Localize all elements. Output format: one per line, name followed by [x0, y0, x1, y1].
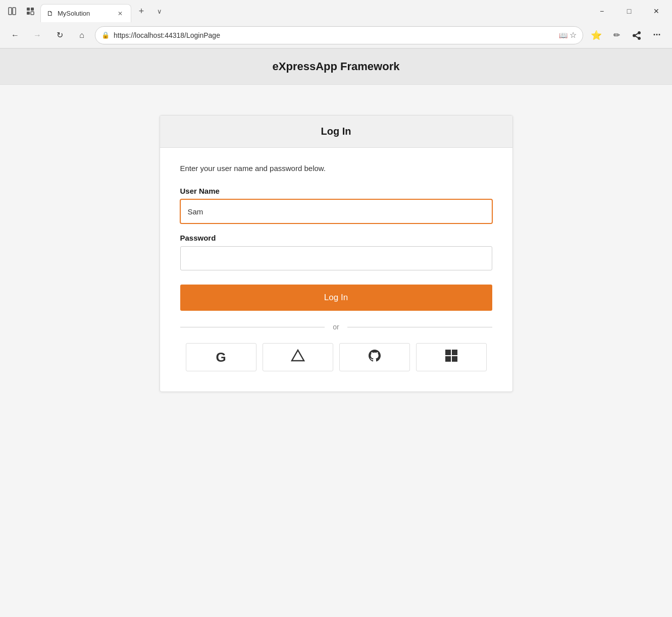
- svg-rect-4: [27, 12, 30, 15]
- svg-rect-8: [452, 350, 457, 355]
- tab-close-button[interactable]: ✕: [116, 9, 125, 18]
- page-header: eXpressApp Framework: [0, 49, 672, 85]
- divider-line-right: [347, 327, 492, 327]
- google-login-button[interactable]: G: [186, 343, 256, 371]
- auth-provider-login-button[interactable]: [263, 343, 333, 371]
- title-bar: 🗋 MySolution ✕ + ∨ − □ ✕: [0, 0, 672, 22]
- divider-row: or: [180, 323, 492, 331]
- login-instruction: Enter your user name and password below.: [180, 164, 492, 173]
- password-label: Password: [180, 234, 492, 242]
- login-card-body: Enter your user name and password below.…: [160, 148, 512, 391]
- password-input[interactable]: [180, 246, 492, 270]
- login-card-wrapper: Log In Enter your user name and password…: [160, 115, 513, 392]
- tab-page-icon: 🗋: [47, 10, 54, 17]
- window-controls: − □ ✕: [590, 3, 668, 19]
- login-button[interactable]: Log In: [180, 285, 492, 311]
- lock-icon: 🔒: [101, 31, 110, 39]
- svg-marker-6: [292, 350, 304, 361]
- tab-label: MySolution: [58, 10, 112, 17]
- active-tab[interactable]: 🗋 MySolution ✕: [40, 4, 131, 22]
- more-button[interactable]: ···: [648, 26, 666, 44]
- divider-text: or: [333, 323, 339, 331]
- svg-rect-1: [13, 8, 16, 15]
- refresh-button[interactable]: ↻: [50, 26, 69, 44]
- github-login-button[interactable]: [339, 343, 410, 371]
- browser-chrome: 🗋 MySolution ✕ + ∨ − □ ✕ ← → ↻ ⌂ 🔒 https…: [0, 0, 672, 49]
- address-bar-row: ← → ↻ ⌂ 🔒 https://localhost:44318/LoginP…: [0, 22, 672, 48]
- new-tab-button[interactable]: +: [133, 3, 149, 19]
- forward-button[interactable]: →: [28, 26, 46, 44]
- svg-rect-5: [31, 12, 34, 15]
- github-icon: [368, 349, 382, 366]
- social-login-row: G: [180, 343, 492, 371]
- username-input[interactable]: [180, 199, 492, 223]
- login-card: Log In Enter your user name and password…: [160, 115, 513, 392]
- page-content: eXpressApp Framework Log In Enter your u…: [0, 49, 672, 617]
- close-button[interactable]: ✕: [645, 3, 668, 19]
- login-card-title: Log In: [321, 126, 351, 137]
- svg-rect-0: [9, 8, 12, 15]
- reader-view-icon[interactable]: 📖: [559, 31, 567, 39]
- favorites-collections-button[interactable]: ⭐: [587, 26, 605, 44]
- title-bar-left: [4, 3, 38, 19]
- back-button[interactable]: ←: [6, 26, 24, 44]
- url-text: https://localhost:44318/LoginPage: [114, 31, 555, 39]
- username-label: User Name: [180, 187, 492, 195]
- minimize-button[interactable]: −: [590, 3, 613, 19]
- page-header-title: eXpressApp Framework: [273, 60, 400, 73]
- restore-button[interactable]: □: [617, 3, 641, 19]
- windows-login-button[interactable]: [416, 343, 487, 371]
- tab-dropdown-button[interactable]: ∨: [151, 3, 168, 19]
- address-bar-icons: 📖 ☆: [559, 30, 577, 40]
- read-aloud-button[interactable]: ✏: [607, 26, 626, 44]
- google-icon: G: [216, 350, 226, 365]
- svg-rect-3: [31, 8, 34, 11]
- username-form-group: User Name: [180, 187, 492, 223]
- divider-line-left: [180, 327, 325, 327]
- favorites-star-icon[interactable]: ☆: [570, 30, 577, 40]
- windows-icon: [445, 349, 458, 365]
- split-view-icon[interactable]: [4, 3, 20, 19]
- share-button[interactable]: [628, 26, 646, 44]
- svg-rect-10: [452, 356, 457, 362]
- toolbar-icons: ⭐ ✏ ···: [587, 26, 666, 44]
- svg-rect-9: [445, 356, 451, 362]
- password-form-group: Password: [180, 234, 492, 270]
- home-button[interactable]: ⌂: [73, 26, 91, 44]
- svg-rect-7: [445, 350, 451, 355]
- svg-rect-2: [27, 8, 30, 11]
- address-bar[interactable]: 🔒 https://localhost:44318/LoginPage 📖 ☆: [95, 26, 583, 44]
- triangle-icon: [291, 349, 305, 366]
- login-card-header: Log In: [160, 116, 512, 148]
- tab-grid-icon[interactable]: [22, 3, 38, 19]
